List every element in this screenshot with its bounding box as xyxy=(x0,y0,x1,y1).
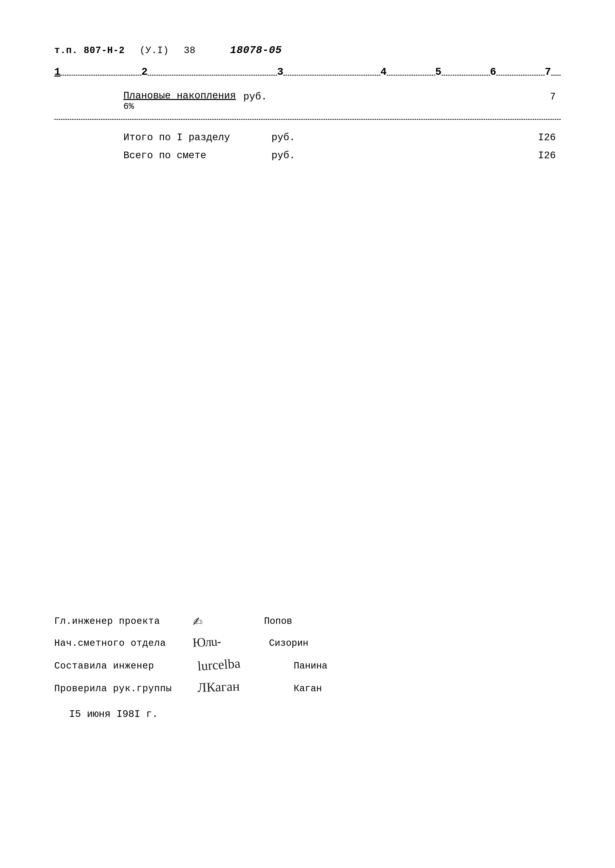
sig-handwriting-3: lurcelba xyxy=(197,654,272,674)
date-line: I5 июня I98I г. xyxy=(69,709,561,720)
sig-name-2: Сизорин xyxy=(269,638,309,648)
plan-value: 7 xyxy=(550,91,556,103)
header-doc-number: 18078-05 xyxy=(230,44,282,56)
итого-unit-1: руб. xyxy=(272,132,295,143)
page: т.п. 807-H-2 (У.I) 38 18078-05 1 2 3 4 5… xyxy=(0,0,615,868)
sig-name-4: Каган xyxy=(294,683,322,694)
main-section: Плановые накопления 6% руб. 7 xyxy=(123,91,561,120)
итого-value-1: I26 xyxy=(538,132,556,143)
итого-row-2: Всего по смете руб. I26 xyxy=(123,150,561,161)
header-code: т.п. 807-H-2 xyxy=(54,45,125,56)
sig-row-3: Составила инженер lurcelba Панина xyxy=(54,656,561,671)
sig-label-4: Проверила рук.группы xyxy=(54,683,178,694)
col-3: 3 xyxy=(277,66,283,78)
итого-section: Итого по I разделу руб. I26 Всего по сме… xyxy=(123,132,561,161)
итого-value-2: I26 xyxy=(538,150,556,161)
header-line: т.п. 807-H-2 (У.I) 38 18078-05 xyxy=(54,44,561,56)
col-2: 2 xyxy=(141,66,148,78)
plan-unit: руб. xyxy=(244,91,273,103)
col-7: 7 xyxy=(545,66,551,78)
sig-label-3: Составила инженер xyxy=(54,660,178,671)
column-numbers-row: 1 2 3 4 5 6 7 xyxy=(54,66,561,78)
sig-row-4: Проверила рук.группы ЛКаган Каган xyxy=(54,679,561,694)
signatures-section: Гл.инженер проекта ✍︎ Попов Нач.сметного… xyxy=(54,605,561,720)
итого-unit-2: руб. xyxy=(272,150,295,161)
col-5: 5 xyxy=(435,66,442,78)
sig-name-1: Попов xyxy=(264,616,292,626)
col-1: 1 xyxy=(54,66,61,78)
plan-label: Плановые накопления 6% xyxy=(123,91,236,112)
plan-row: Плановые накопления 6% руб. 7 xyxy=(123,91,561,112)
header-bracket: (У.I) xyxy=(140,45,169,56)
col-4: 4 xyxy=(381,66,387,78)
sig-row-1: Гл.инженер проекта ✍︎ Попов xyxy=(54,613,561,626)
col-6: 6 xyxy=(490,66,496,78)
header-number: 38 xyxy=(184,45,196,56)
итого-label-2: Всего по смете xyxy=(123,150,262,161)
sig-handwriting-2: Юлu- xyxy=(192,632,247,650)
sig-label-1: Гл.инженер проекта xyxy=(54,616,178,626)
итого-label-1: Итого по I разделу xyxy=(123,132,262,143)
итого-row-1: Итого по I разделу руб. I26 xyxy=(123,132,561,143)
dashed-separator-1 xyxy=(54,119,561,120)
sig-handwriting-4: ЛКаган xyxy=(197,678,272,695)
date-text: I5 июня I98I г. xyxy=(69,709,158,720)
sig-name-3: Панина xyxy=(294,660,328,671)
sig-row-2: Нач.сметного отдела Юлu- Сизорин xyxy=(54,634,561,648)
sig-label-2: Нач.сметного отдела xyxy=(54,638,178,648)
sig-handwriting-1: ✍︎ xyxy=(192,610,242,629)
